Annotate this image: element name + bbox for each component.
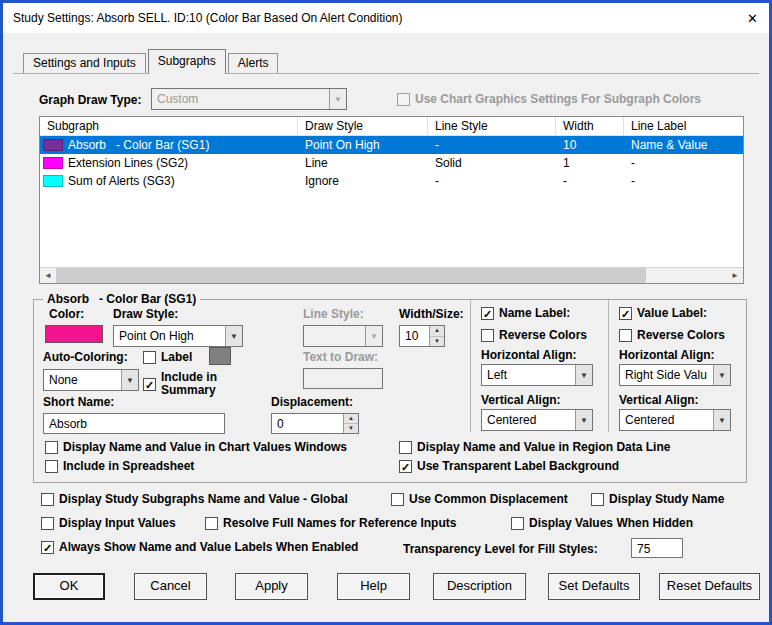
- scroll-track[interactable]: [56, 268, 727, 283]
- table-cell-draw-style: Point On High: [298, 138, 428, 152]
- column-header-subgraph: Subgraph: [40, 117, 298, 135]
- column-header-width: Width: [556, 117, 624, 135]
- chevron-down-icon: ▼: [365, 326, 382, 346]
- include-in-spreadsheet-checkbox[interactable]: Include in Spreadsheet: [45, 459, 194, 473]
- checkbox-box: [591, 493, 604, 506]
- column-header-line-label: Line Label: [624, 117, 743, 135]
- checkbox-box: [397, 93, 410, 106]
- display-subgraphs-global-checkbox[interactable]: Display Study Subgraphs Name and Value -…: [41, 492, 348, 506]
- table-cell-draw-style: Line: [298, 156, 428, 170]
- auto-coloring-select[interactable]: None ▼: [43, 369, 139, 391]
- column-header-draw-style: Draw Style: [298, 117, 428, 135]
- titlebar: Study Settings: Absorb SELL. ID:10 (Colo…: [3, 3, 769, 33]
- width-size-stepper[interactable]: 10 ▲ ▼: [399, 325, 445, 347]
- checkbox-box: [391, 493, 404, 506]
- tab-strip: Settings and Inputs Subgraphs Alerts: [23, 49, 280, 74]
- table-header-row: Subgraph Draw Style Line Style Width Lin…: [40, 117, 743, 136]
- table-row[interactable]: Sum of Alerts (SG3) Ignore - - -: [40, 172, 743, 190]
- subgraph-color-swatch: [43, 175, 63, 187]
- value-label-checkbox[interactable]: ✓ Value Label:: [619, 306, 707, 320]
- cancel-button[interactable]: Cancel: [134, 573, 207, 600]
- name-horizontal-align-select[interactable]: Left ▼: [481, 364, 593, 386]
- checkbox-box: [45, 460, 58, 473]
- line-style-label: Line Style:: [303, 307, 364, 321]
- help-button[interactable]: Help: [337, 573, 410, 600]
- scroll-left-icon[interactable]: ◄: [40, 268, 56, 283]
- spin-down-icon[interactable]: ▼: [344, 424, 358, 433]
- chevron-down-icon: ▼: [575, 365, 592, 385]
- graph-draw-type-select: Custom ▼: [151, 88, 347, 110]
- checkbox-box: [41, 493, 54, 506]
- graph-draw-type-value: Custom: [152, 89, 329, 109]
- tab-settings-and-inputs[interactable]: Settings and Inputs: [23, 53, 146, 73]
- value-vertical-align-label: Vertical Align:: [619, 393, 699, 407]
- draw-style-select[interactable]: Point On High ▼: [113, 325, 243, 347]
- name-vertical-align-label: Vertical Align:: [481, 393, 561, 407]
- name-reverse-colors-checkbox[interactable]: Reverse Colors: [481, 328, 587, 342]
- display-region-data-checkbox[interactable]: Display Name and Value in Region Data Li…: [399, 440, 670, 454]
- displacement-stepper[interactable]: 0 ▲ ▼: [271, 413, 359, 434]
- checkbox-box: ✓: [399, 460, 412, 473]
- table-row[interactable]: Extension Lines (SG2) Line Solid 1 -: [40, 154, 743, 172]
- tab-alerts[interactable]: Alerts: [228, 53, 279, 73]
- tab-subgraphs[interactable]: Subgraphs: [148, 49, 226, 74]
- table-cell-subgraph: Extension Lines (SG2): [40, 156, 298, 170]
- apply-button[interactable]: Apply: [235, 573, 308, 600]
- transparency-level-label: Transparency Level for Fill Styles:: [403, 542, 598, 556]
- set-defaults-button[interactable]: Set Defaults: [548, 573, 640, 600]
- checkbox-box: [399, 441, 412, 454]
- name-vertical-align-select[interactable]: Centered ▼: [481, 409, 593, 431]
- table-cell-width: 10: [556, 138, 624, 152]
- short-name-input[interactable]: Absorb: [43, 413, 225, 434]
- resolve-full-names-checkbox[interactable]: Resolve Full Names for Reference Inputs: [205, 516, 456, 530]
- table-row[interactable]: Absorb - Color Bar (SG1) Point On High -…: [40, 136, 743, 154]
- spin-up-icon[interactable]: ▲: [344, 414, 358, 424]
- transparency-level-input[interactable]: 75: [631, 538, 683, 558]
- ok-button[interactable]: OK: [33, 573, 105, 600]
- label-checkbox[interactable]: Label: [143, 350, 192, 364]
- transparent-label-bg-checkbox[interactable]: ✓ Use Transparent Label Background: [399, 459, 619, 473]
- value-reverse-colors-checkbox[interactable]: Reverse Colors: [619, 328, 725, 342]
- checkbox-box: ✓: [41, 541, 54, 554]
- display-chart-values-checkbox[interactable]: Display Name and Value in Chart Values W…: [45, 440, 347, 454]
- close-button[interactable]: ✕: [747, 11, 758, 26]
- table-cell-line-style: Solid: [428, 156, 556, 170]
- reset-defaults-button[interactable]: Reset Defaults: [659, 573, 760, 600]
- include-in-summary-checkbox[interactable]: ✓ Include in Summary: [143, 371, 247, 397]
- table-cell-line-label: -: [624, 156, 743, 170]
- display-input-values-checkbox[interactable]: Display Input Values: [41, 516, 176, 530]
- always-show-labels-checkbox[interactable]: ✓ Always Show Name and Value Labels When…: [41, 540, 358, 554]
- displacement-label: Displacement:: [271, 395, 353, 409]
- display-values-hidden-checkbox[interactable]: Display Values When Hidden: [511, 516, 693, 530]
- study-settings-dialog: Study Settings: Absorb SELL. ID:10 (Colo…: [0, 0, 772, 625]
- table-cell-subgraph: Sum of Alerts (SG3): [40, 174, 298, 188]
- text-to-draw-input: [303, 368, 383, 389]
- column-header-line-style: Line Style: [428, 117, 556, 135]
- auto-coloring-label: Auto-Coloring:: [43, 350, 128, 364]
- label-color-button[interactable]: [209, 347, 231, 365]
- value-vertical-align-select[interactable]: Centered ▼: [619, 409, 731, 431]
- scroll-right-icon[interactable]: ►: [727, 268, 743, 283]
- use-chart-graphics-checkbox: Use Chart Graphics Settings For Subgraph…: [397, 92, 701, 106]
- table-cell-line-label: Name & Value: [624, 138, 743, 152]
- group-divider: [608, 300, 609, 432]
- h-scrollbar[interactable]: ◄ ►: [40, 267, 743, 283]
- color-swatch-button[interactable]: [45, 325, 103, 343]
- chevron-down-icon: ▼: [575, 410, 592, 430]
- checkbox-box: ✓: [619, 307, 632, 320]
- value-horizontal-align-select[interactable]: Right Side Valu ▼: [619, 364, 731, 386]
- table-cell-subgraph: Absorb - Color Bar (SG1): [40, 138, 298, 152]
- common-displacement-checkbox[interactable]: Use Common Displacement: [391, 492, 568, 506]
- checkbox-box: [45, 441, 58, 454]
- subgraph-color-swatch: [43, 157, 63, 169]
- table-cell-line-label: -: [624, 174, 743, 188]
- scroll-thumb[interactable]: [56, 268, 646, 283]
- name-label-checkbox[interactable]: ✓ Name Label:: [481, 306, 570, 320]
- value-horizontal-align-label: Horizontal Align:: [619, 348, 715, 362]
- description-button[interactable]: Description: [433, 573, 526, 600]
- spin-up-icon[interactable]: ▲: [430, 326, 444, 337]
- display-study-name-checkbox[interactable]: Display Study Name: [591, 492, 724, 506]
- table-cell-width: -: [556, 174, 624, 188]
- short-name-label: Short Name:: [43, 395, 114, 409]
- spin-down-icon[interactable]: ▼: [430, 337, 444, 347]
